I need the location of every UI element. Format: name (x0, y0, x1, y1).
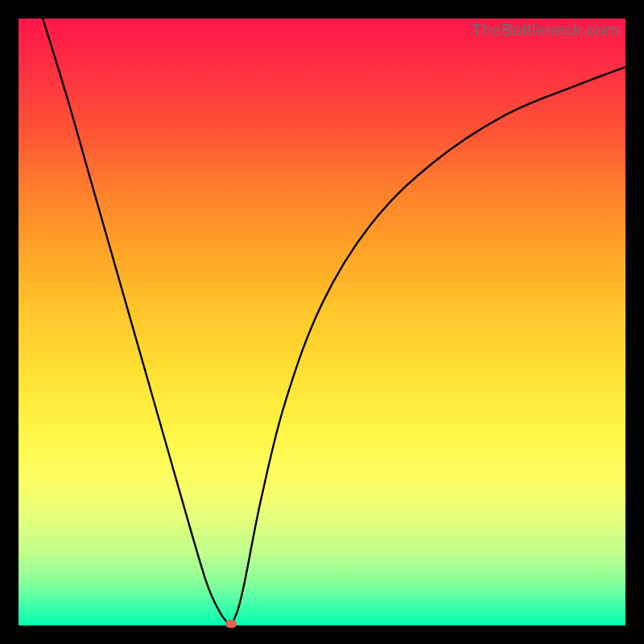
bottleneck-curve (43, 19, 625, 624)
optimum-marker (225, 620, 237, 628)
curve-layer (19, 19, 625, 625)
plot-area: TheBottleneck.com (19, 19, 625, 625)
